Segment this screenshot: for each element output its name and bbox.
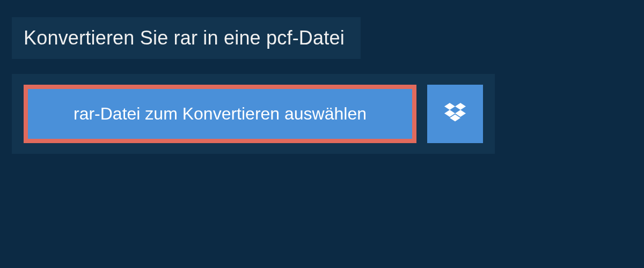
- page-title: Konvertieren Sie rar in eine pcf-Datei: [24, 27, 345, 49]
- title-bar: Konvertieren Sie rar in eine pcf-Datei: [12, 17, 361, 59]
- select-file-label: rar-Datei zum Konvertieren auswählen: [74, 104, 367, 124]
- upload-panel: rar-Datei zum Konvertieren auswählen: [12, 74, 495, 154]
- select-file-button[interactable]: rar-Datei zum Konvertieren auswählen: [24, 85, 416, 143]
- dropbox-button[interactable]: [427, 85, 483, 143]
- page-container: Konvertieren Sie rar in eine pcf-Datei r…: [0, 0, 644, 171]
- dropbox-icon: [444, 103, 466, 125]
